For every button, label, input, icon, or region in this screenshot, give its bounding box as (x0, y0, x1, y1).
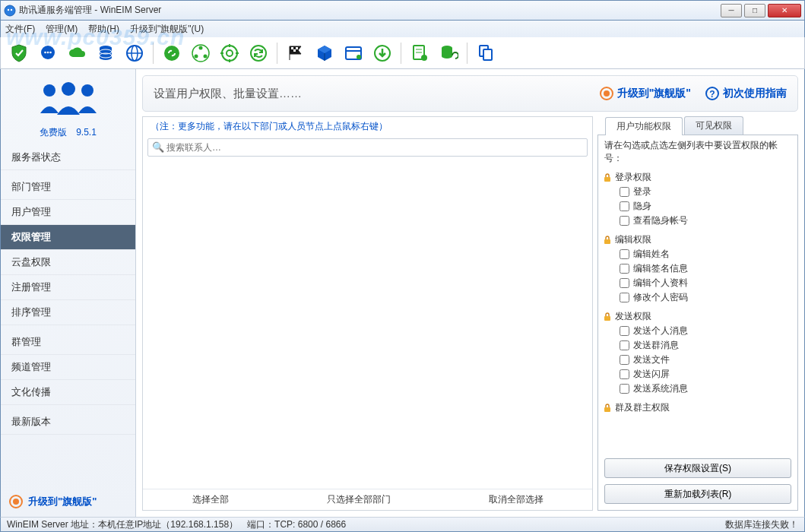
sidebar-item-6[interactable]: 排序管理 (1, 300, 135, 325)
menu-help[interactable]: 帮助(H) (88, 23, 119, 36)
app-icon (4, 5, 16, 17)
perm-item[interactable]: 编辑签名信息 (603, 261, 793, 276)
globe-icon[interactable] (122, 41, 147, 65)
close-button[interactable]: ✕ (768, 4, 801, 17)
sidebar-upgrade-link[interactable]: 升级到"旗舰版" (1, 486, 135, 517)
sidebar-item-9[interactable]: 文化传播 (1, 380, 135, 405)
svg-point-44 (13, 499, 19, 505)
perm-checkbox[interactable] (620, 216, 629, 226)
perm-checkbox[interactable] (620, 384, 629, 394)
sidebar-item-8[interactable]: 频道管理 (1, 355, 135, 380)
perm-item[interactable]: 发送系统消息 (603, 382, 793, 396)
select-depts-link[interactable]: 只选择全部部门 (327, 493, 391, 506)
shield-icon[interactable] (7, 41, 31, 65)
perm-checkbox[interactable] (620, 326, 629, 336)
perm-item[interactable]: 登录 (603, 185, 793, 199)
cube-icon[interactable] (312, 41, 337, 65)
nodes-icon[interactable] (189, 41, 213, 65)
perm-checkbox[interactable] (620, 355, 629, 365)
sidebar-item-5[interactable]: 注册管理 (1, 275, 135, 300)
save-permissions-button[interactable]: 保存权限设置(S) (604, 458, 791, 478)
refresh-icon[interactable] (246, 41, 271, 65)
upgrade-link[interactable]: 升级到"旗舰版" (599, 86, 691, 101)
perm-item[interactable]: 编辑个人资料 (603, 276, 793, 290)
question-icon: ? (705, 86, 720, 101)
perm-group-1[interactable]: 编辑权限 (603, 233, 793, 247)
svg-point-4 (44, 51, 46, 53)
window-icon[interactable] (341, 41, 366, 65)
lock-icon (603, 173, 612, 182)
sidebar-item-10[interactable]: 最新版本 (1, 410, 135, 435)
sidebar-item-1[interactable]: 部门管理 (1, 175, 135, 200)
database-icon[interactable] (93, 41, 118, 65)
window-title: 助讯通服务端管理 - WinEIM Server (19, 4, 721, 17)
flag-icon[interactable] (284, 41, 308, 65)
perm-item[interactable]: 发送群消息 (603, 338, 793, 353)
perm-group-2[interactable]: 发送权限 (603, 309, 793, 324)
sidebar-item-2[interactable]: 用户管理 (1, 200, 135, 225)
tab-feature-perm[interactable]: 用户功能权限 (605, 117, 683, 135)
link-icon[interactable] (160, 41, 184, 65)
perm-item[interactable]: 隐身 (603, 199, 793, 214)
svg-point-17 (204, 54, 208, 58)
menu-file[interactable]: 文件(F) (5, 23, 35, 36)
perm-checkbox[interactable] (620, 187, 629, 197)
database-sync-icon[interactable] (436, 41, 461, 65)
permission-tabs: 用户功能权限 可见权限 (597, 116, 798, 135)
perm-checkbox[interactable] (620, 340, 629, 350)
minimize-button[interactable]: ─ (721, 4, 742, 17)
reload-list-button[interactable]: 重新加载列表(R) (604, 484, 791, 504)
perm-item[interactable]: 查看隐身帐号 (603, 214, 793, 228)
perm-checkbox[interactable] (620, 201, 629, 211)
svg-rect-50 (604, 239, 610, 244)
statusbar: WinEIM Server 地址：本机任意IP地址（192.168.1.158）… (0, 517, 805, 532)
perm-checkbox[interactable] (620, 278, 629, 288)
sidebar-item-7[interactable]: 群管理 (1, 330, 135, 355)
search-input[interactable] (147, 138, 588, 157)
perm-checkbox[interactable] (620, 293, 629, 302)
search-icon: 🔍 (152, 141, 164, 153)
sidebar-item-4[interactable]: 云盘权限 (1, 250, 135, 275)
contact-tree[interactable] (143, 161, 592, 489)
svg-point-46 (604, 90, 610, 97)
perm-item[interactable]: 编辑姓名 (603, 247, 793, 261)
svg-point-1 (8, 8, 9, 10)
guide-link[interactable]: ? 初次使用指南 (705, 86, 787, 101)
sidebar-item-3[interactable]: 权限管理 (1, 225, 135, 250)
svg-rect-26 (296, 47, 298, 49)
copy-icon[interactable] (474, 41, 498, 65)
separator (153, 43, 154, 64)
svg-point-40 (43, 84, 55, 97)
menu-manage[interactable]: 管理(M) (46, 23, 78, 36)
perm-group-3[interactable]: 群及群主权限 (603, 401, 793, 415)
document-icon[interactable] (407, 41, 432, 65)
perm-item[interactable]: 修改个人密码 (603, 290, 793, 305)
svg-rect-25 (291, 47, 293, 49)
menubar: 文件(F) 管理(M) 帮助(H) 升级到"旗舰版"(U) (0, 21, 805, 37)
deselect-all-link[interactable]: 取消全部选择 (489, 493, 544, 506)
svg-point-19 (227, 50, 233, 56)
medal-icon (599, 86, 614, 101)
permission-tree[interactable]: 登录权限登录隐身查看隐身帐号编辑权限编辑姓名编辑签名信息编辑个人资料修改个人密码… (598, 169, 797, 452)
perm-item[interactable]: 发送闪屏 (603, 367, 793, 382)
perm-group-0[interactable]: 登录权限 (603, 170, 793, 185)
svg-point-15 (199, 46, 203, 49)
download-icon[interactable] (370, 41, 395, 65)
chat-icon[interactable] (36, 41, 60, 65)
perm-item[interactable]: 发送个人消息 (603, 324, 793, 338)
select-all-link[interactable]: 选择全部 (192, 493, 229, 506)
maximize-button[interactable]: □ (744, 4, 765, 17)
menu-upgrade[interactable]: 升级到"旗舰版"(U) (130, 23, 204, 36)
perm-item[interactable]: 发送文件 (603, 353, 793, 367)
separator (401, 43, 401, 64)
gear-icon[interactable] (217, 41, 242, 65)
perm-checkbox[interactable] (620, 264, 629, 274)
svg-point-6 (49, 51, 52, 53)
tab-visible-perm[interactable]: 可见权限 (684, 116, 743, 135)
perm-checkbox[interactable] (620, 249, 629, 259)
separator (277, 43, 277, 64)
cloud-icon[interactable] (65, 41, 89, 65)
perm-checkbox[interactable] (620, 369, 629, 379)
svg-point-24 (251, 46, 266, 61)
sidebar-item-0[interactable]: 服务器状态 (1, 145, 135, 170)
